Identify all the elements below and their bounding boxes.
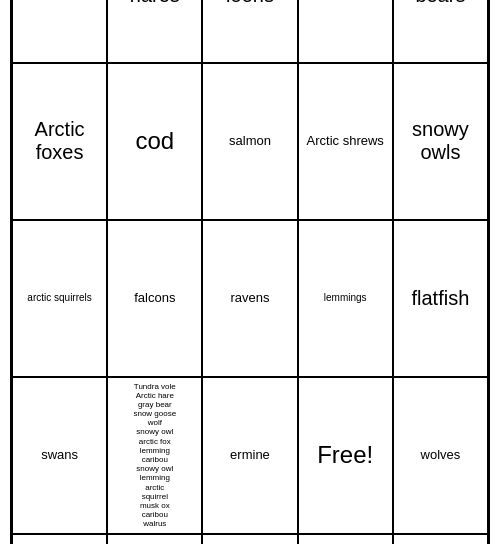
cell-text-1: Arctic hares (112, 0, 197, 7)
bingo-cell-14: flatfish (393, 220, 488, 377)
bingo-cell-6: cod (107, 63, 202, 220)
bingo-cell-8: Arctic shrews (298, 63, 393, 220)
cell-text-15: swans (41, 448, 78, 463)
cell-text-4: polar bears (398, 0, 483, 7)
cell-text-12: ravens (230, 291, 269, 306)
bingo-cell-12: ravens (202, 220, 297, 377)
bingo-cell-18: Free! (298, 377, 393, 534)
bingo-cell-4: polar bears (393, 0, 488, 63)
bingo-cell-21: snow buntings (107, 534, 202, 545)
cell-text-13: lemmings (324, 292, 367, 304)
cell-text-6: cod (135, 127, 174, 155)
bingo-card: BINGO porcupineArctic haresArctic loonsA… (10, 0, 490, 544)
cell-text-9: snowy owls (398, 118, 483, 164)
bingo-cell-16: Tundra vole Arctic hare gray bear snow g… (107, 377, 202, 534)
bingo-cell-11: falcons (107, 220, 202, 377)
cell-text-2: Arctic loons (207, 0, 292, 7)
bingo-cell-13: lemmings (298, 220, 393, 377)
bingo-cell-7: salmon (202, 63, 297, 220)
cell-text-19: wolves (421, 448, 461, 463)
bingo-cell-17: ermine (202, 377, 297, 534)
bingo-cell-0: porcupine (12, 0, 107, 63)
bingo-cell-9: snowy owls (393, 63, 488, 220)
cell-text-8: Arctic shrews (307, 134, 384, 149)
bingo-cell-23: grasshoppers (298, 534, 393, 545)
cell-text-10: arctic squirrels (27, 292, 91, 304)
bingo-cell-10: arctic squirrels (12, 220, 107, 377)
bingo-cell-20: weasels (12, 534, 107, 545)
bingo-cell-2: Arctic loons (202, 0, 297, 63)
cell-text-11: falcons (134, 291, 175, 306)
cell-text-7: salmon (229, 134, 271, 149)
cell-text-18: Free! (317, 441, 373, 469)
cell-text-16: Tundra vole Arctic hare gray bear snow g… (133, 382, 176, 529)
bingo-grid: porcupineArctic haresArctic loonsArctic … (12, 0, 488, 544)
cell-text-5: Arctic foxes (17, 118, 102, 164)
cell-text-14: flatfish (411, 287, 469, 310)
bingo-cell-15: swans (12, 377, 107, 534)
bingo-cell-3: Arctic bumblebees (298, 0, 393, 63)
bingo-cell-24: trout (393, 534, 488, 545)
bingo-cell-22: tundra (202, 534, 297, 545)
cell-text-17: ermine (230, 448, 270, 463)
bingo-cell-1: Arctic hares (107, 0, 202, 63)
bingo-cell-5: Arctic foxes (12, 63, 107, 220)
bingo-cell-19: wolves (393, 377, 488, 534)
